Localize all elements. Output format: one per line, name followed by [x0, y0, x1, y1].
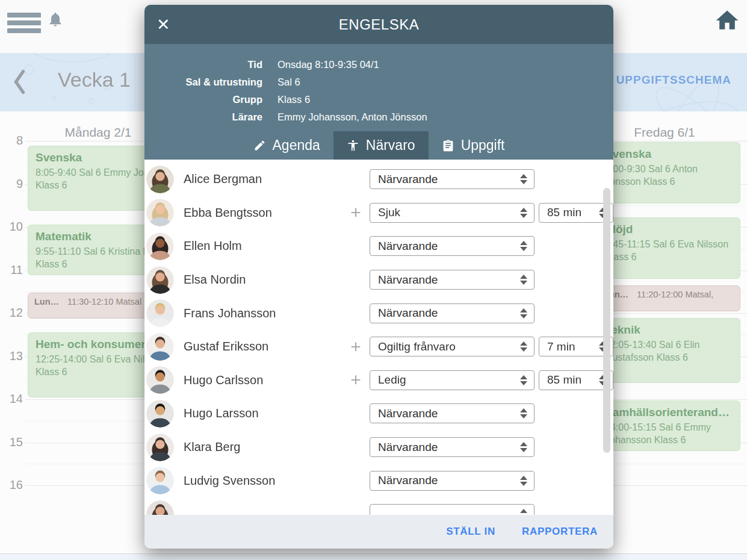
select-arrows-icon — [520, 509, 527, 515]
lesson-event[interactable]: Slöjd9:45-11:15 Sal 6 Eva Nilsson Klass … — [597, 217, 740, 279]
set-button[interactable]: STÄLL IN — [446, 526, 495, 538]
select-arrows-icon — [520, 275, 527, 285]
info-row: GruppKlass 6 — [144, 91, 613, 108]
attendance-select[interactable]: Ogiltig frånvaro — [370, 337, 535, 356]
event-detail: 11:30-12:10 Matsal — [67, 297, 141, 306]
arrow-up-icon — [520, 308, 527, 313]
person-icon — [347, 139, 359, 152]
attendance-value: Närvarande — [378, 407, 438, 420]
attendance-select[interactable]: Närvarande — [370, 270, 535, 290]
menu-icon[interactable] — [7, 13, 41, 36]
tab-label: Uppgift — [461, 137, 505, 154]
arrow-up-icon — [520, 442, 527, 446]
attendance-value: Sjuk — [378, 206, 400, 219]
attendance-select[interactable]: Närvarande — [370, 303, 535, 323]
event-title: Samhällsorienterand… — [605, 406, 733, 419]
arrow-down-icon — [520, 314, 527, 319]
select-arrows-icon — [520, 375, 527, 385]
notifications-icon[interactable] — [47, 11, 64, 30]
event-title: Slöjd — [605, 223, 733, 236]
minutes-stepper[interactable]: 85 min — [539, 370, 613, 390]
add-absence-icon[interactable]: + — [342, 337, 370, 357]
minutes-stepper[interactable]: 7 min — [539, 337, 613, 356]
attendance-value: Ledig — [378, 373, 406, 387]
arrow-down-icon — [520, 381, 527, 385]
home-icon[interactable] — [714, 7, 740, 36]
attendance-row — [144, 497, 613, 515]
hour-label: 9 — [0, 177, 23, 191]
student-avatar — [146, 199, 174, 226]
attendance-select[interactable]: Närvarande — [370, 403, 535, 423]
attendance-select[interactable]: Närvarande — [370, 169, 535, 189]
student-avatar — [146, 434, 174, 461]
hour-label: 13 — [0, 349, 23, 363]
lesson-event[interactable]: Teknik12:05-13:40 Sal 6 Elin Gustafsson … — [597, 318, 740, 383]
arrow-down-icon — [520, 180, 527, 184]
report-button[interactable]: RAPPORTERA — [522, 526, 598, 538]
student-avatar — [146, 333, 174, 361]
select-arrows-icon — [520, 476, 527, 486]
assignment-schedule-link[interactable]: UPPGIFTSSCHEMA — [616, 73, 731, 87]
tab-agenda[interactable]: Agenda — [240, 131, 333, 160]
attendance-row: Frans JohanssonNärvarande — [144, 296, 613, 330]
lesson-info-panel: TidOnsdag 8:10-9:35 04/1Sal & utrustning… — [144, 44, 613, 160]
attendance-select[interactable]: Närvarande — [370, 437, 535, 457]
select-arrows-icon — [520, 341, 527, 352]
tab-närvaro[interactable]: Närvaro — [333, 131, 429, 160]
add-absence-icon[interactable]: + — [342, 202, 370, 223]
select-arrows-icon — [520, 308, 527, 319]
week-title: Vecka 1 — [58, 68, 131, 92]
select-arrows-icon — [520, 408, 527, 418]
event-title: Lun… — [34, 297, 59, 306]
tab-uppgift[interactable]: Uppgift — [429, 131, 518, 160]
attendance-value: Närvarande — [378, 173, 438, 186]
lesson-event[interactable]: Svenska8:00-9:30 Sal 6 Anton Jönsson Kla… — [597, 142, 740, 204]
attendance-value: Närvarande — [378, 474, 438, 487]
arrow-up-icon — [520, 341, 527, 346]
student-name: Ludvig Svensson — [184, 474, 342, 488]
attendance-select[interactable]: Närvarande — [370, 471, 535, 491]
attendance-value: Närvarande — [378, 441, 438, 454]
attendance-select[interactable]: Närvarande — [370, 236, 535, 256]
info-row: TidOnsdag 8:10-9:35 04/1 — [144, 56, 613, 73]
student-avatar — [146, 166, 174, 193]
attendance-row: Klara BergNärvarande — [144, 431, 613, 464]
student-name: Ebba Bengtsson — [184, 206, 342, 220]
student-name: Gustaf Eriksson — [184, 340, 342, 353]
day-header: Fredag 6/1 — [592, 125, 737, 140]
arrow-up-icon — [520, 509, 527, 513]
attendance-select[interactable] — [370, 504, 535, 515]
clipboard-icon — [442, 139, 454, 152]
arrow-up-icon — [520, 174, 527, 178]
select-arrows-icon — [520, 241, 527, 251]
attendance-row: Elsa NordinNärvarande — [144, 263, 613, 297]
hour-label: 8 — [0, 134, 23, 148]
arrow-down-icon — [520, 247, 527, 251]
previous-week-button[interactable] — [12, 66, 28, 100]
attendance-value: Ogiltig frånvaro — [378, 340, 456, 353]
add-absence-icon[interactable]: + — [342, 370, 370, 390]
event-title: Svenska — [605, 148, 733, 161]
hour-label: 11 — [0, 263, 23, 277]
student-avatar — [146, 400, 174, 428]
attendance-row: Ludvig SvenssonNärvarande — [144, 464, 613, 497]
select-arrows-icon — [520, 174, 527, 184]
minutes-slot: 7 min — [535, 337, 613, 356]
lesson-dialog: ✕ ENGELSKA TidOnsdag 8:10-9:35 04/1Sal &… — [144, 5, 613, 549]
lesson-event[interactable]: Samhällsorienterand…14:00-15:15 Sal 6 Em… — [597, 400, 740, 451]
list-scrollbar[interactable] — [603, 188, 610, 453]
student-name: Klara Berg — [184, 440, 342, 454]
attendance-select[interactable]: Sjuk — [370, 203, 535, 223]
attendance-select[interactable]: Ledig — [370, 370, 535, 390]
close-icon[interactable]: ✕ — [157, 5, 170, 44]
minutes-value: 85 min — [547, 373, 581, 387]
lunch-event[interactable]: Lun…11:20-12:00 Matsal, — [597, 285, 740, 311]
student-name: Ellen Holm — [184, 239, 342, 253]
dialog-tabs: AgendaNärvaroUppgift — [144, 131, 613, 160]
event-title: Teknik — [605, 323, 733, 337]
student-avatar — [146, 266, 174, 294]
arrow-down-icon — [520, 214, 527, 218]
student-avatar — [146, 299, 174, 327]
minutes-stepper[interactable]: 85 min — [539, 203, 613, 223]
hour-label: 15 — [0, 435, 23, 449]
